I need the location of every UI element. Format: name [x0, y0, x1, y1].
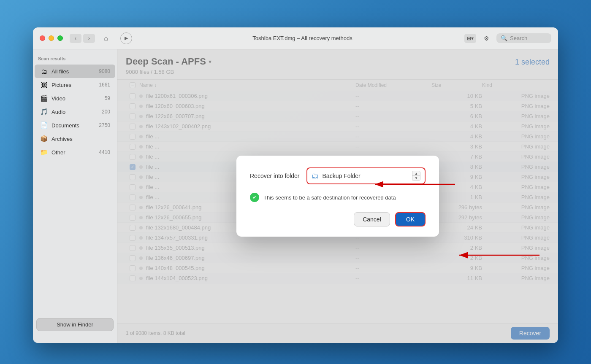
- folder-stepper[interactable]: ▲ ▼: [412, 171, 420, 181]
- sidebar: Scan results 🗂 All files 9080 🖼 Pictures…: [33, 49, 117, 343]
- modal-label: Recover into folder: [250, 173, 300, 179]
- documents-icon: 📄: [40, 121, 48, 129]
- audio-icon: 🎵: [40, 108, 48, 116]
- forward-button[interactable]: ›: [83, 34, 95, 43]
- sidebar-item-pictures[interactable]: 🖼 Pictures 1661: [35, 78, 115, 92]
- nav-buttons: ‹ ›: [70, 34, 95, 43]
- safe-text: This seems to be a safe destination for …: [263, 194, 396, 201]
- traffic-lights: [40, 35, 63, 41]
- back-button[interactable]: ‹: [70, 34, 81, 43]
- search-icon: 🔍: [501, 35, 507, 41]
- sidebar-label-video: Video: [52, 95, 101, 102]
- home-button[interactable]: ⌂: [100, 34, 112, 43]
- titlebar-actions: ⊞▾ ⚙ 🔍 Search: [464, 33, 551, 43]
- modal-overlay: Recover into folder 🗂 Backup Folder ▲ ▼ …: [117, 49, 558, 343]
- sidebar-count-audio: 200: [102, 109, 110, 115]
- ok-button[interactable]: OK: [395, 212, 426, 226]
- sidebar-count-other: 4410: [99, 149, 110, 155]
- recover-modal: Recover into folder 🗂 Backup Folder ▲ ▼ …: [236, 156, 439, 237]
- folder-selection-row: Recover into folder 🗂 Backup Folder ▲ ▼: [250, 167, 426, 184]
- window-body: Scan results 🗂 All files 9080 🖼 Pictures…: [33, 49, 558, 343]
- pictures-icon: 🖼: [40, 81, 48, 89]
- window-title: Toshiba EXT.dmg – All recovery methods: [141, 35, 464, 41]
- sidebar-item-documents[interactable]: 📄 Documents 2750: [35, 119, 115, 132]
- folder-icon: 🗂: [312, 172, 319, 181]
- sidebar-count-pictures: 1661: [99, 82, 110, 88]
- other-icon: 📁: [40, 148, 48, 156]
- sidebar-count-documents: 2750: [99, 122, 110, 128]
- sidebar-item-archives[interactable]: 📦 Archives: [35, 132, 115, 146]
- minimize-button[interactable]: [49, 35, 54, 41]
- folder-name: Backup Folder: [323, 173, 409, 179]
- sidebar-label-allfiles: All files: [52, 68, 95, 75]
- sidebar-item-video[interactable]: 🎬 Video 59: [35, 92, 115, 105]
- search-input-label: Search: [510, 35, 527, 41]
- titlebar: ‹ › ⌂ ▶ Toshiba EXT.dmg – All recovery m…: [33, 27, 558, 49]
- sidebar-count-allfiles: 9080: [99, 68, 110, 74]
- close-button[interactable]: [40, 35, 45, 41]
- view-toggle-button[interactable]: ⊞▾: [464, 34, 476, 43]
- allfiles-icon: 🗂: [40, 67, 48, 75]
- modal-buttons: Cancel OK: [250, 212, 426, 226]
- play-button[interactable]: ▶: [120, 32, 132, 44]
- sidebar-item-audio[interactable]: 🎵 Audio 200: [35, 105, 115, 119]
- safe-check-icon: ✓: [250, 193, 259, 202]
- stepper-up[interactable]: ▲: [412, 171, 420, 176]
- main-content: Deep Scan - APFS ▾ 9080 files / 1.58 GB …: [117, 49, 558, 343]
- show-in-finder-button[interactable]: Show in Finder: [36, 318, 114, 331]
- scan-results-label: Scan results: [33, 56, 117, 65]
- folder-selector[interactable]: 🗂 Backup Folder ▲ ▼: [306, 167, 426, 184]
- sidebar-item-other[interactable]: 📁 Other 4410: [35, 146, 115, 159]
- cancel-button[interactable]: Cancel: [354, 212, 390, 226]
- sidebar-label-archives: Archives: [52, 136, 107, 142]
- sidebar-count-video: 59: [105, 95, 110, 101]
- video-icon: 🎬: [40, 94, 48, 102]
- sidebar-label-pictures: Pictures: [52, 82, 95, 88]
- stepper-down[interactable]: ▼: [412, 176, 420, 181]
- search-box[interactable]: 🔍 Search: [496, 33, 551, 43]
- arrow-to-ok: [455, 247, 539, 264]
- filter-button[interactable]: ⚙: [481, 34, 491, 43]
- main-window: ‹ › ⌂ ▶ Toshiba EXT.dmg – All recovery m…: [33, 27, 558, 343]
- sidebar-footer: Show in Finder: [33, 313, 117, 336]
- sidebar-item-allfiles[interactable]: 🗂 All files 9080: [35, 65, 115, 78]
- safe-destination-message: ✓ This seems to be a safe destination fo…: [250, 193, 426, 202]
- sidebar-label-other: Other: [52, 149, 95, 156]
- archives-icon: 📦: [40, 135, 48, 143]
- sidebar-label-documents: Documents: [52, 122, 95, 129]
- sidebar-label-audio: Audio: [52, 109, 98, 115]
- maximize-button[interactable]: [57, 35, 63, 41]
